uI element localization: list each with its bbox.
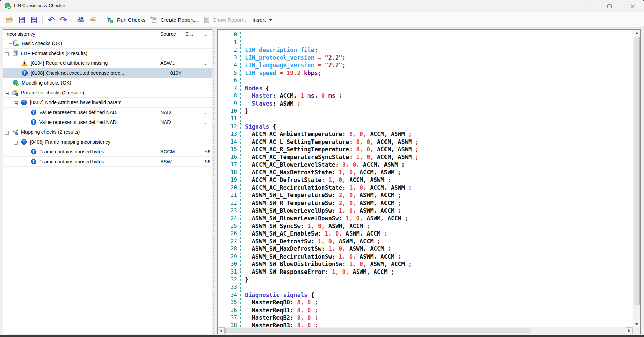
- code-line: ASWM_SW_BlowerLevelUpSw: 1, 0, ASWM, ACC…: [242, 207, 633, 215]
- line-number: 12: [218, 123, 240, 131]
- tree-row[interactable]: Frame contains unused bytesACCM...56: [3, 147, 212, 157]
- line-number: 26: [218, 230, 240, 238]
- tree-row-label: Value represents user defined NAD: [39, 119, 117, 125]
- tree-row-label: Modelling checks (OK): [22, 80, 71, 86]
- run-checks-button[interactable]: Run Checks: [104, 14, 148, 26]
- arrow-down-icon: [635, 323, 638, 325]
- line-number: 6: [218, 77, 240, 85]
- vertical-scrollbar[interactable]: [633, 30, 640, 328]
- column-header-source[interactable]: Source: [158, 30, 183, 39]
- line-number: 17: [218, 161, 240, 169]
- create-report-icon: [150, 16, 158, 24]
- create-report-button[interactable]: Create Report...: [148, 14, 200, 26]
- tree-row-label: LDF Format checks (2 results): [21, 51, 87, 56]
- extra-cell: ...: [201, 117, 212, 127]
- code-line: }: [242, 107, 633, 115]
- info-icon: [21, 99, 27, 106]
- mapping-icon: [12, 129, 18, 135]
- show-report-label: Show Report...: [213, 17, 248, 23]
- extra-cell: [201, 88, 212, 97]
- tree-row[interactable]: Value represents user defined NADNAD...: [3, 117, 212, 127]
- tree-rows: Basic checks (OK)LDF Format checks (2 re…: [3, 39, 212, 334]
- expander-minus-icon[interactable]: [14, 140, 18, 144]
- show-report-icon: [203, 16, 210, 24]
- line-number: 8: [218, 92, 240, 100]
- expander-minus-icon[interactable]: [14, 101, 18, 105]
- c-cell: [183, 68, 201, 78]
- code-line: Master: ACCM, 1 ms, 0 ms ;: [242, 92, 633, 100]
- column-header-c[interactable]: C...: [183, 30, 201, 39]
- warning-icon: [21, 60, 28, 67]
- results-tree-panel[interactable]: Inconsistency Source C... ... Basic chec…: [3, 29, 212, 334]
- code-line: ACCM_AC_L_SettingTemperature: 8, 0, ACCM…: [242, 138, 633, 146]
- line-number: 24: [218, 214, 240, 222]
- tree-row[interactable]: Mapping checks (2 results): [3, 127, 212, 137]
- line-number: 28: [218, 245, 240, 253]
- ldf-editor-panel[interactable]: 0123456789101112131415161718192021222324…: [217, 29, 641, 334]
- tree-row[interactable]: [0406] Frame mapping inconsistency: [3, 137, 212, 147]
- code-line: ACCM_AC_R_SettingTemperature: 8, 0, ACCM…: [242, 146, 633, 153]
- info-icon: [30, 119, 37, 126]
- tree-row[interactable]: LDF Format checks (2 results): [3, 49, 212, 58]
- save-icon: [18, 16, 25, 24]
- find-button[interactable]: [75, 14, 87, 26]
- run-checks-icon: [107, 16, 114, 24]
- tree-row-label: Basic checks (OK): [22, 41, 62, 46]
- maximize-button[interactable]: [598, 0, 621, 12]
- save-all-button[interactable]: [28, 14, 40, 26]
- tree-row[interactable]: [0104] Required attribute is missingASW.…: [3, 58, 212, 68]
- open-button[interactable]: [3, 14, 16, 26]
- line-number: 18: [218, 169, 240, 176]
- tree-row[interactable]: Parameter checks (2 results): [3, 88, 212, 98]
- expander-minus-icon[interactable]: [5, 91, 9, 95]
- tree-row[interactable]: [0108] Check not executed because prec..…: [3, 68, 212, 78]
- column-header-inconsistency[interactable]: Inconsistency: [3, 30, 158, 39]
- insert-button[interactable]: Insert: [250, 14, 274, 26]
- extra-cell: ...: [201, 58, 212, 68]
- save-button[interactable]: [16, 14, 28, 26]
- undo-button[interactable]: ↶: [45, 14, 57, 26]
- ldf-source-view[interactable]: 0123456789101112131415161718192021222324…: [218, 30, 633, 327]
- close-button[interactable]: [621, 0, 644, 12]
- window-title: LIN Consistency Checker: [14, 3, 66, 8]
- find-icon: [77, 16, 85, 24]
- horizontal-scrollbar[interactable]: [218, 327, 633, 334]
- code-line: ACCM_AC_RecirculationState: 1, 0, ACCM, …: [242, 184, 633, 192]
- minimize-button[interactable]: [575, 0, 598, 12]
- vertical-scroll-thumb[interactable]: [634, 37, 640, 305]
- line-number: 14: [218, 138, 240, 146]
- source-cell: [158, 78, 183, 88]
- source-cell: ASW...: [158, 157, 183, 166]
- tree-row[interactable]: Value represents user defined NADNAD...: [3, 108, 212, 117]
- goto-result-button[interactable]: [87, 14, 99, 26]
- tree-row-label: Parameter checks (2 results): [21, 90, 84, 95]
- tree-row[interactable]: Modelling checks (OK): [3, 78, 212, 88]
- tree-row[interactable]: [0302] Node Attributes have invalid para…: [3, 98, 212, 108]
- parameter-icon: [12, 90, 18, 96]
- panel-splitter[interactable]: [213, 29, 217, 334]
- code-area[interactable]: LIN_description_file;LIN_protocol_versio…: [242, 30, 633, 327]
- c-cell: [183, 88, 201, 97]
- code-line: ASWM_SW_ResponseError: 1, 0, ASWM, ACCM …: [242, 268, 633, 276]
- code-line: ACCM_AC_MaxDefrostState: 1, 0, ACCM, ASW…: [242, 169, 633, 176]
- scroll-right-button[interactable]: [626, 327, 633, 334]
- source-cell: [158, 127, 183, 137]
- expander-minus-icon[interactable]: [5, 130, 9, 134]
- extra-cell: [201, 137, 212, 147]
- code-line: ACCM_AC_BlowerLevelState: 3, 0, ACCM, AS…: [242, 161, 633, 169]
- tree-row[interactable]: Basic checks (OK): [3, 39, 212, 49]
- expander-minus-icon[interactable]: [5, 52, 9, 55]
- column-header-more[interactable]: ...: [201, 30, 212, 39]
- tree-row[interactable]: Frame contains unused bytesASW...66: [3, 157, 212, 167]
- redo-button[interactable]: ↷: [57, 14, 70, 26]
- code-line: ACCM_AC_TemperatureSyncState: 1, 0, ACCM…: [242, 153, 633, 161]
- code-line: }: [242, 276, 633, 284]
- source-cell: [158, 98, 183, 107]
- scroll-down-button[interactable]: [633, 321, 640, 328]
- scroll-up-button[interactable]: [633, 30, 640, 36]
- horizontal-scroll-thumb[interactable]: [225, 328, 531, 333]
- titlebar[interactable]: LIN Consistency Checker: [0, 0, 644, 12]
- scroll-left-button[interactable]: [218, 327, 225, 334]
- code-line: MasterReqB0: 8, 0 ;: [242, 299, 633, 306]
- code-line: Signals {: [242, 123, 633, 131]
